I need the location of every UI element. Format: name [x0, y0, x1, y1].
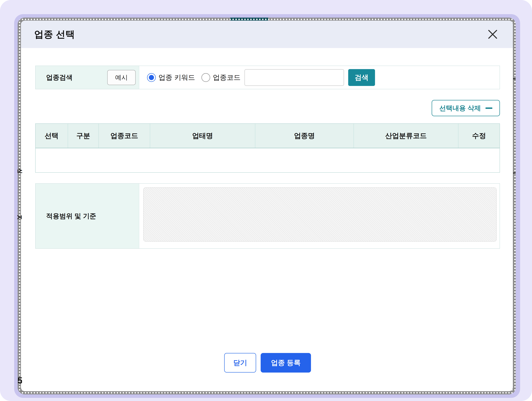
close-button[interactable]: 닫기: [224, 353, 256, 373]
column-header-edit: 수정: [458, 124, 500, 148]
column-header-business-type: 업태명: [150, 124, 255, 148]
modal-footer: 닫기 업종 등록: [35, 353, 500, 373]
search-button[interactable]: 검색: [348, 69, 375, 86]
scope-label-cell: 적용범위 및 기준: [36, 184, 139, 248]
search-label: 업종검색: [46, 73, 73, 82]
column-header-select: 선택: [36, 124, 68, 148]
table-empty-row: [36, 148, 500, 172]
modal-title: 업종 선택: [34, 28, 75, 41]
register-industry-button[interactable]: 업종 등록: [261, 353, 311, 373]
scope-label: 적용범위 및 기준: [46, 212, 96, 221]
background-bleed-mark: [513, 78, 516, 79]
code-radio-label[interactable]: 업종코드: [213, 73, 241, 82]
background-bleed-text: 5: [18, 376, 22, 385]
industry-select-modal: 업종 선택 업종검색 예시 업종 키워드 업종코드: [21, 21, 513, 391]
column-header-classification-code: 산업분류코드: [354, 124, 458, 148]
delete-selection-label: 선택내용 삭제: [439, 104, 481, 113]
code-radio[interactable]: [202, 73, 210, 82]
delete-selection-button[interactable]: 선택내용 삭제: [432, 100, 500, 116]
selected-industries-table: 선택 구분 업종코드 업태명 업종명 산업분류코드 수정: [35, 123, 500, 173]
modal-header: 업종 선택: [21, 21, 513, 48]
search-controls: 업종 키워드 업종코드 검색: [139, 66, 500, 89]
column-header-category: 구분: [68, 124, 99, 148]
background-bleed-text: 자: [15, 215, 24, 219]
scope-section: 적용범위 및 기준: [35, 183, 500, 249]
minus-icon: [485, 107, 492, 109]
column-header-industry-code: 업종코드: [99, 124, 150, 148]
background-bleed-text: 색: [15, 168, 24, 173]
radio-group-keyword: 업종 키워드: [147, 73, 195, 82]
search-label-cell: 업종검색 예시: [36, 66, 139, 89]
modal-content: 업종검색 예시 업종 키워드 업종코드 검색 선택내용 삭제: [35, 48, 500, 373]
radio-group-code: 업종코드: [202, 73, 241, 82]
table-header-row: 선택 구분 업종코드 업태명 업종명 산업분류코드 수정: [36, 124, 500, 148]
delete-selection-row: 선택내용 삭제: [35, 100, 500, 116]
industry-search-row: 업종검색 예시 업종 키워드 업종코드 검색: [35, 66, 500, 89]
keyword-radio[interactable]: [147, 73, 156, 82]
search-input[interactable]: [245, 69, 344, 86]
background-bleed-mark: [513, 173, 516, 173]
keyword-radio-label[interactable]: 업종 키워드: [158, 73, 195, 82]
scope-textarea-disabled: [143, 187, 497, 242]
column-header-industry-name: 업종명: [255, 124, 354, 148]
example-button[interactable]: 예시: [107, 70, 136, 85]
close-icon[interactable]: [487, 29, 498, 40]
scope-value-area: [139, 184, 500, 248]
